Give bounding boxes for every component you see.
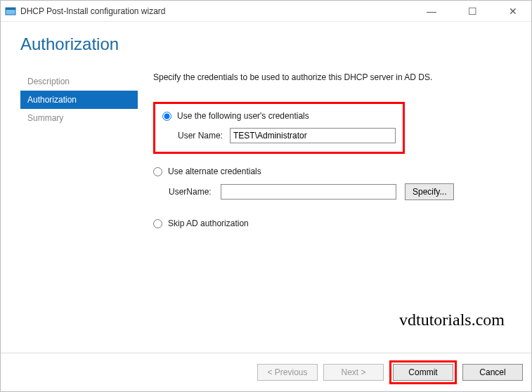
window-controls: — ☐ ✕: [417, 6, 527, 17]
footer: < Previous Next > Commit Cancel: [1, 353, 531, 391]
radio-skip[interactable]: [153, 219, 162, 228]
username-label-1: User Name:: [178, 131, 226, 141]
radio-alternate[interactable]: [153, 167, 162, 176]
sidebar-item-description[interactable]: Description: [20, 72, 138, 91]
radio-alternate-label: Use alternate credentials: [168, 166, 261, 176]
radio-use-following[interactable]: [162, 112, 171, 121]
next-button[interactable]: Next >: [323, 364, 384, 381]
sidebar: Description Authorization Summary: [1, 72, 138, 353]
cancel-button[interactable]: Cancel: [462, 364, 523, 381]
app-icon: [5, 6, 16, 17]
sidebar-item-authorization[interactable]: Authorization: [20, 91, 138, 109]
username-label-2: UserName:: [169, 187, 216, 197]
previous-button[interactable]: < Previous: [257, 364, 318, 381]
svg-rect-1: [6, 8, 15, 10]
radio-use-following-label: Use the following user's credentials: [177, 111, 309, 121]
watermark: vdtutorials.com: [399, 311, 505, 329]
instruction-text: Specify the credentials to be used to au…: [153, 72, 510, 82]
commit-button[interactable]: Commit: [393, 364, 453, 381]
commit-button-highlight: Commit: [389, 360, 457, 384]
maximize-button[interactable]: ☐: [458, 6, 486, 17]
sidebar-item-summary[interactable]: Summary: [20, 109, 138, 127]
window-title: DHCP Post-Install configuration wizard: [20, 6, 166, 16]
username-input-1[interactable]: [230, 128, 396, 143]
titlebar: DHCP Post-Install configuration wizard —…: [1, 1, 531, 22]
radio-skip-label: Skip AD authorization: [168, 218, 249, 228]
minimize-button[interactable]: —: [417, 6, 446, 17]
page-title: Authorization: [1, 22, 531, 72]
option-use-following-highlight: Use the following user's credentials Use…: [153, 102, 405, 154]
close-button[interactable]: ✕: [499, 6, 527, 17]
username-input-2[interactable]: [221, 184, 396, 200]
specify-button[interactable]: Specify...: [405, 183, 454, 200]
